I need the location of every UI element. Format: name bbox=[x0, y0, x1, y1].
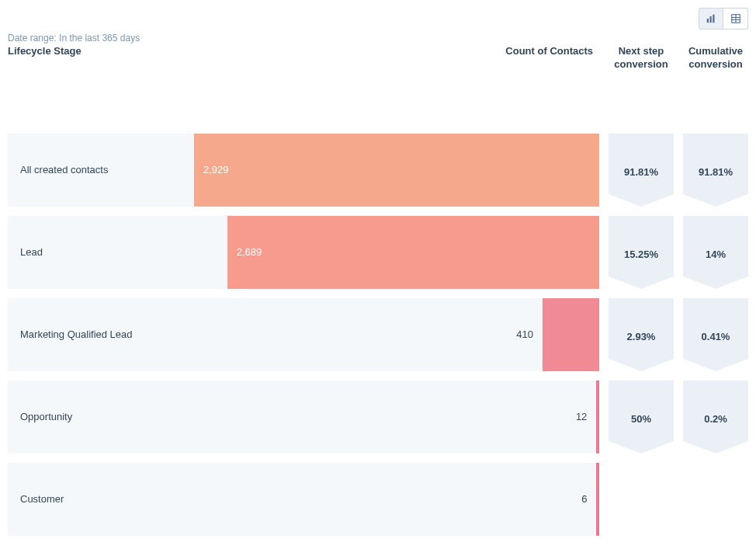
view-toggle-toolbar bbox=[8, 8, 748, 30]
cumulative-cell: 0.2% bbox=[683, 381, 748, 453]
next-step-value: 50% bbox=[631, 413, 651, 425]
funnel-row: Lead2,68915.25%14% bbox=[8, 216, 748, 289]
funnel-bar[interactable]: 2,929 bbox=[194, 134, 599, 207]
bar-value: 410 bbox=[507, 328, 543, 340]
cumulative-cell: 14% bbox=[683, 216, 748, 289]
svg-rect-1 bbox=[710, 16, 712, 23]
next-step-value: 91.81% bbox=[624, 166, 658, 178]
next-step-value: 2.93% bbox=[627, 331, 656, 342]
row-bar-area: Marketing Qualified Lead410 bbox=[8, 298, 599, 371]
funnel-row: All created contacts2,92991.81%91.81% bbox=[8, 134, 748, 207]
funnel-row: Customer6 bbox=[8, 463, 748, 536]
stage-label: Opportunity bbox=[8, 381, 194, 453]
header-lifecycle-stage: Lifecycle Stage bbox=[8, 45, 194, 57]
funnel-bar[interactable]: 6 bbox=[596, 463, 599, 536]
cumulative-value: 14% bbox=[706, 248, 726, 260]
next-step-cell: 2.93% bbox=[609, 298, 674, 371]
chevron-badge: 14% bbox=[683, 216, 748, 289]
cumulative-value: 0.41% bbox=[702, 331, 730, 342]
funnel-row: Opportunity1250%0.2% bbox=[8, 381, 748, 453]
bar-value: 6 bbox=[572, 493, 596, 505]
bar-track: 2,929 bbox=[194, 134, 599, 207]
chevron-badge: 2.93% bbox=[609, 298, 674, 371]
stage-label: Customer bbox=[8, 463, 194, 536]
next-step-cell bbox=[609, 463, 674, 536]
funnel-bar[interactable]: 12 bbox=[596, 381, 599, 453]
header-cumulative: Cumulative conversion bbox=[683, 45, 748, 71]
bar-value: 2,929 bbox=[194, 164, 229, 175]
chevron-badge: 15.25% bbox=[609, 216, 674, 289]
row-bar-area: Customer6 bbox=[8, 463, 599, 536]
table-view-button[interactable] bbox=[723, 8, 748, 30]
funnel-bar[interactable]: 410 bbox=[543, 298, 599, 371]
header-next-step: Next step conversion bbox=[609, 45, 674, 71]
stage-label: Lead bbox=[8, 216, 194, 289]
header-count: Count of Contacts bbox=[505, 45, 599, 57]
bar-track: 12 bbox=[194, 381, 599, 453]
cumulative-value: 91.81% bbox=[699, 166, 733, 178]
bar-value: 2,689 bbox=[227, 246, 262, 258]
stage-label: All created contacts bbox=[8, 134, 194, 207]
stage-label: Marketing Qualified Lead bbox=[8, 298, 194, 371]
date-range-value: In the last 365 days bbox=[59, 33, 140, 43]
bar-track: 6 bbox=[194, 463, 599, 536]
chevron-badge: 50% bbox=[609, 381, 674, 453]
next-step-cell: 91.81% bbox=[609, 134, 674, 207]
chevron-badge: 91.81% bbox=[683, 134, 748, 207]
bar-track: 2,689 bbox=[194, 216, 599, 289]
cumulative-cell bbox=[683, 463, 748, 536]
chart-view-button[interactable] bbox=[699, 8, 723, 30]
chevron-badge: 0.41% bbox=[683, 298, 748, 371]
chevron-badge: 0.2% bbox=[683, 381, 748, 453]
cumulative-cell: 91.81% bbox=[683, 134, 748, 207]
date-range-label: Date range: In the last 365 days bbox=[8, 33, 748, 43]
row-bar-area: All created contacts2,929 bbox=[8, 134, 599, 207]
row-bar-area: Lead2,689 bbox=[8, 216, 599, 289]
next-step-cell: 15.25% bbox=[609, 216, 674, 289]
next-step-cell: 50% bbox=[609, 381, 674, 453]
bar-value: 12 bbox=[567, 411, 596, 422]
row-bar-area: Opportunity12 bbox=[8, 381, 599, 453]
date-range-prefix: Date range: bbox=[8, 33, 57, 43]
next-step-value: 15.25% bbox=[624, 248, 658, 260]
bar-track: 410 bbox=[194, 298, 599, 371]
funnel-row: Marketing Qualified Lead4102.93%0.41% bbox=[8, 298, 748, 371]
funnel-bar[interactable]: 2,689 bbox=[227, 216, 599, 289]
cumulative-cell: 0.41% bbox=[683, 298, 748, 371]
bar-chart-icon bbox=[706, 14, 716, 23]
chevron-badge: 91.81% bbox=[609, 134, 674, 207]
svg-rect-0 bbox=[707, 19, 709, 23]
column-headers: Lifecycle Stage Count of Contacts Next s… bbox=[8, 45, 748, 71]
svg-rect-2 bbox=[713, 15, 714, 23]
cumulative-value: 0.2% bbox=[704, 413, 727, 425]
table-icon bbox=[731, 14, 740, 23]
funnel-chart: All created contacts2,92991.81%91.81%Lea… bbox=[8, 134, 748, 536]
